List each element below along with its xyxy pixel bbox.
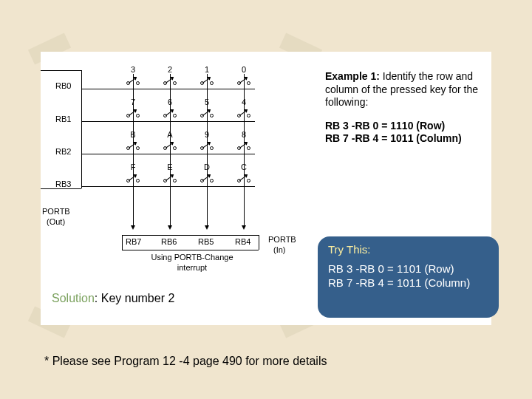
keypad-key: 0 <box>233 65 255 85</box>
pin-label: RB0 <box>55 81 71 90</box>
arrow-down-icon <box>131 225 135 230</box>
footnote: * Please see Program 12 -4 page 490 for … <box>44 355 327 368</box>
keypad-key: D <box>196 163 218 183</box>
port-box-edge <box>122 250 259 250</box>
keypad-key: A <box>159 130 181 150</box>
port-box-edge <box>122 235 123 250</box>
row-wire <box>81 89 255 89</box>
keypad-key: 6 <box>159 98 181 117</box>
port-box-edge <box>122 235 259 236</box>
keypad-key: C <box>233 163 255 183</box>
row-wire <box>81 121 255 122</box>
pin-label: RB3 <box>55 180 71 188</box>
solution-line: Solution: Key number 2 <box>52 292 174 305</box>
example-heading: Example 1: <box>325 70 380 82</box>
port-sublabel: (Out) <box>47 217 65 226</box>
keypad-key: 3 <box>122 65 144 85</box>
pin-label: RB4 <box>235 237 250 246</box>
pin-label: RB2 <box>55 147 71 156</box>
arrow-down-icon <box>205 225 209 230</box>
keypad-key: 2 <box>159 65 181 85</box>
row-wire <box>81 154 255 154</box>
keypad-diagram: RB0 RB1 RB2 RB3 RB7 RB6 RB5 RB4 POR <box>41 52 314 288</box>
example-col-eq: RB 7 -RB 4 = 1011 (Column) <box>325 132 462 144</box>
diagram-caption: Using PORTB-Change <box>133 253 251 262</box>
pin-label: RB5 <box>198 237 214 246</box>
pin-label: RB6 <box>161 237 177 246</box>
keypad-key: 7 <box>122 98 144 117</box>
port-label: PORTB <box>268 235 296 244</box>
solution-text: : Key number 2 <box>95 292 175 304</box>
example-text: Example 1: Identify the row and column o… <box>325 70 495 156</box>
port-box-edge <box>81 70 82 188</box>
solution-label: Solution <box>52 292 95 304</box>
keypad-key: 1 <box>196 65 218 85</box>
keypad-key: F <box>122 163 144 183</box>
row-wire <box>81 186 255 187</box>
try-this-title: Try This: <box>328 242 488 257</box>
keypad-key: B <box>122 130 144 150</box>
port-box-edge <box>259 235 259 250</box>
keypad-key: 4 <box>233 98 255 117</box>
diagram-caption: interrupt <box>133 263 251 272</box>
keypad-key: E <box>159 163 181 183</box>
arrow-down-icon <box>168 225 172 230</box>
port-box-edge <box>41 70 81 71</box>
example-row-eq: RB 3 -RB 0 = 1110 (Row) <box>325 120 445 132</box>
port-sublabel: (In) <box>273 245 286 254</box>
arrow-down-icon <box>242 225 246 230</box>
pin-label: RB1 <box>55 115 71 123</box>
try-this-row-eq: RB 3 -RB 0 = 1101 (Row) <box>328 262 488 276</box>
try-this-box: Try This: RB 3 -RB 0 = 1101 (Row) RB 7 -… <box>318 236 499 318</box>
keypad-key: 8 <box>233 130 255 150</box>
try-this-col-eq: RB 7 -RB 4 = 1011 (Column) <box>328 276 488 290</box>
keypad-key: 5 <box>196 98 218 117</box>
pin-label: RB7 <box>126 237 141 246</box>
slide: RB0 RB1 RB2 RB3 RB7 RB6 RB5 RB4 POR <box>0 0 532 399</box>
port-box-edge <box>41 188 81 189</box>
keypad-key: 9 <box>196 130 218 150</box>
port-label: PORTB <box>42 207 70 216</box>
